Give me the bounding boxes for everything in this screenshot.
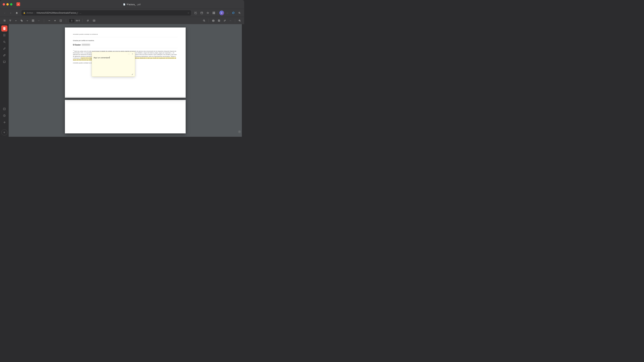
- pdf-view-button[interactable]: [30, 18, 36, 23]
- svg-point-34: [239, 131, 240, 132]
- extensions-button[interactable]: [193, 10, 198, 15]
- pdf-area[interactable]: ● también puedes contratar la contrata d…: [9, 24, 242, 137]
- main-content: + ● también puedes contratar la contrata…: [0, 24, 244, 137]
- spread-button[interactable]: [92, 18, 96, 23]
- svg-rect-23: [94, 20, 95, 21]
- svg-rect-18: [33, 19, 34, 20]
- pdf-annotate-button[interactable]: [222, 18, 227, 23]
- team-name-text: El Equipo: [73, 43, 178, 46]
- comment-menu-button[interactable]: ···: [128, 52, 130, 55]
- minimize-button[interactable]: [6, 3, 9, 5]
- zoom-button[interactable]: [237, 10, 242, 15]
- address-ellipsis: ...: [80, 12, 81, 14]
- fit-page-button[interactable]: [58, 18, 63, 23]
- star-icon[interactable]: ☆: [188, 12, 189, 14]
- comment-menu-icon: ···: [128, 53, 130, 55]
- address-separator: |: [34, 12, 35, 14]
- tab-button[interactable]: [199, 10, 204, 15]
- svg-text:M: M: [221, 12, 222, 14]
- pdf-toolbar: ··· 1 de 6: [0, 17, 244, 24]
- sidebar-other2-button[interactable]: [1, 113, 8, 119]
- pdf-zoom2-button[interactable]: [237, 18, 242, 23]
- svg-rect-11: [4, 20, 6, 21]
- pdf-filter1-button[interactable]: [8, 18, 13, 23]
- more-icon: ···: [226, 11, 228, 14]
- title-label: *Factura_: [126, 3, 136, 6]
- profile-avatar[interactable]: M: [219, 10, 224, 15]
- comment-header: ··· ×: [92, 52, 135, 56]
- browser-window: A 📄 *Factura_ .pdf ‹ › 🔒 Archivo | /Volu…: [0, 0, 244, 137]
- page-number-input[interactable]: 1: [69, 18, 75, 23]
- pdf-filter2-button[interactable]: [19, 18, 24, 23]
- pdf-sidebar-button[interactable]: [2, 18, 7, 23]
- window-title: 📄 *Factura_ .pdf: [22, 3, 242, 6]
- svg-point-16: [22, 20, 22, 21]
- pdf-zoom-section: [47, 18, 63, 23]
- svg-rect-13: [4, 21, 6, 21]
- comment-check-button[interactable]: ✓: [132, 73, 134, 76]
- comment-footer: ✓: [92, 72, 135, 76]
- svg-rect-14: [4, 21, 4, 21]
- sidebar-other3-button[interactable]: [1, 119, 8, 125]
- pdf-save-button[interactable]: [216, 18, 222, 23]
- back-button[interactable]: ‹: [2, 10, 8, 15]
- edge-icon-button[interactable]: [231, 10, 236, 15]
- pdf-page-header-text: ● también puedes contratar la contrata d…: [73, 33, 178, 37]
- address-protocol: Archivo: [26, 12, 33, 14]
- pdf-separator-3: [82, 19, 82, 22]
- comment-close-button[interactable]: ×: [131, 52, 134, 55]
- title-suffix: .pdf: [137, 3, 140, 6]
- pdf-right-section: ···: [202, 18, 242, 23]
- sidebar-bookmark-button[interactable]: [1, 32, 8, 38]
- pdf-sidebar-section: ···: [2, 18, 41, 23]
- svg-rect-22: [93, 20, 94, 21]
- pdf-filter1-arrow[interactable]: [14, 18, 18, 23]
- more-menu-button[interactable]: ···: [225, 10, 230, 15]
- traffic-lights: [3, 3, 12, 5]
- sidebar-annotate-button[interactable]: [1, 45, 8, 52]
- sidebar-link-button[interactable]: [1, 52, 8, 58]
- pdf-more2-button[interactable]: ···: [228, 18, 233, 23]
- header-partial-text: ● también puedes contratar la contrata d…: [73, 33, 98, 35]
- pdf-filter2-arrow[interactable]: [25, 18, 30, 23]
- pdf-print-button[interactable]: [211, 18, 216, 23]
- svg-rect-12: [4, 20, 4, 21]
- rotate-button[interactable]: [85, 18, 90, 23]
- address-bar[interactable]: 🔒 Archivo | /Volumes/SSD%20Manu/Download…: [22, 10, 191, 15]
- page-bottom-bar: [65, 97, 186, 98]
- sidebar-add-button[interactable]: +: [1, 129, 8, 135]
- comment-body[interactable]: Aquí un comentario: [92, 56, 135, 72]
- svg-rect-5: [213, 13, 214, 14]
- pdf-separator-5: [235, 19, 235, 22]
- svg-rect-10: [4, 20, 6, 20]
- settings-area[interactable]: [238, 130, 241, 134]
- comment-text: Aquí un comentario: [94, 57, 110, 59]
- toolbar-separator: [218, 11, 218, 14]
- address-path: /Volumes/SSD%20Manu/Downloads/Factura_l: [36, 12, 78, 14]
- svg-rect-28: [218, 20, 219, 20]
- sidebar-comment-button[interactable]: [1, 59, 8, 65]
- sidebar-search-button[interactable]: [1, 39, 8, 45]
- comment-popup[interactable]: ··· × Aquí un comentario ✓: [92, 52, 135, 77]
- svg-rect-4: [214, 12, 215, 13]
- svg-text:A: A: [18, 3, 19, 5]
- favorites-button[interactable]: [205, 10, 210, 15]
- svg-rect-17: [32, 19, 33, 20]
- home-button[interactable]: [14, 10, 20, 15]
- pdf-search-button[interactable]: [202, 18, 206, 23]
- close-button[interactable]: [3, 3, 5, 5]
- svg-rect-27: [218, 21, 220, 21]
- right-scrollbar-area: [242, 24, 244, 137]
- app-icon: A: [16, 2, 20, 6]
- title-pdf-icon: 📄: [123, 3, 126, 5]
- sidebar-pdf-button[interactable]: [1, 25, 8, 31]
- collections-button[interactable]: [211, 10, 216, 15]
- forward-button[interactable]: ›: [8, 10, 14, 15]
- pdf-more-button[interactable]: ···: [36, 18, 41, 23]
- maximize-button[interactable]: [10, 3, 12, 5]
- svg-rect-3: [213, 12, 214, 13]
- zoom-out-button[interactable]: [47, 18, 52, 23]
- comment-close-icon: ×: [132, 53, 133, 55]
- sidebar-other1-button[interactable]: [1, 106, 8, 112]
- zoom-in-button[interactable]: [52, 18, 58, 23]
